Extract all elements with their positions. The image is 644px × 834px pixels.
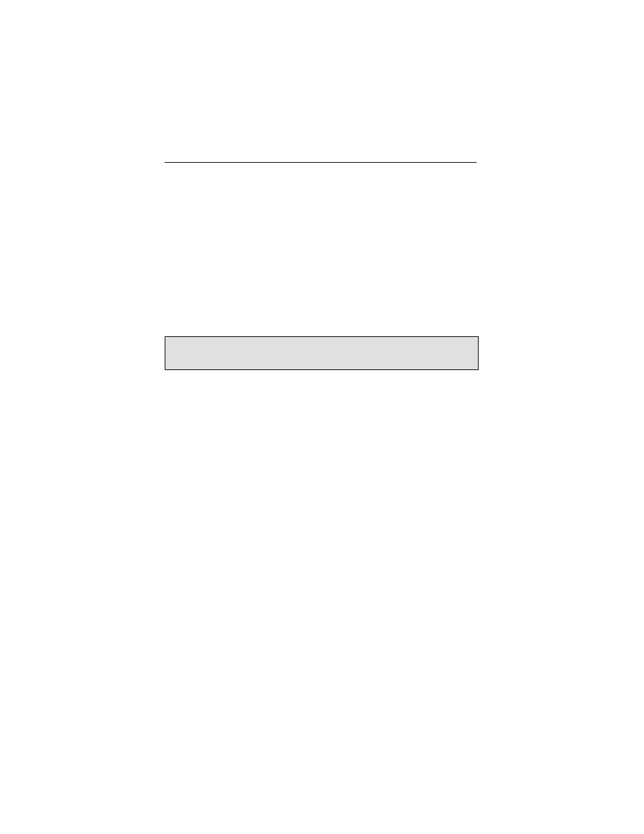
content-box: [165, 336, 479, 370]
horizontal-divider: [165, 162, 477, 163]
